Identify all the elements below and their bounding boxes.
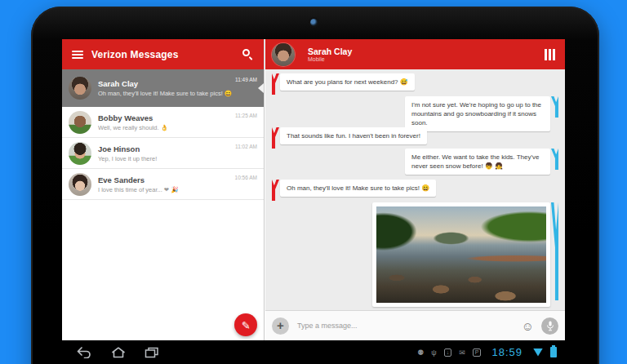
p-notification-icon[interactable]: P [473,348,482,357]
verizon-check-tail-icon [551,149,558,170]
conversation-list: Sarah Clay Oh man, they'll love it! Make… [62,69,264,200]
emoji-button[interactable]: ☺ [522,319,534,333]
message-bubble: That sounds like fun. I haven't been in … [280,127,427,144]
usb-icon[interactable]: ψ [431,348,436,357]
android-system-bar: ⚉ ψ ↓ ✉ P 18:59 [62,340,565,364]
verizon-check-tail-icon [551,202,558,300]
pencil-icon: ✎ [240,321,252,330]
avatar [69,77,91,100]
verizon-check-tail-icon [272,127,279,149]
message-preview: Oh man, they'll love it! Make sure to ta… [98,90,235,97]
outgoing-message: Me either. We want to take the kids. The… [405,149,558,175]
incoming-message: Oh man, they'll love it! Make sure to ta… [272,180,436,201]
avatar [69,173,91,196]
contact-name: Sarah Clay [98,79,235,88]
chat-contact-name: Sarah Clay [308,47,352,56]
contact-name: Joe Hinson [98,144,235,153]
conversation-row-sarah[interactable]: Sarah Clay Oh man, they'll love it! Make… [62,69,264,107]
outgoing-photo-message[interactable] [372,202,558,307]
home-button[interactable] [110,347,127,358]
message-bubble: I'm not sure yet. We're hoping to go up … [405,96,550,131]
wifi-icon[interactable] [533,348,543,357]
message-bubble: Me either. We want to take the kids. The… [405,149,550,175]
conversation-row-joe[interactable]: Joe Hinson Yep, I love it up there! 11:0… [62,138,264,169]
attach-button[interactable]: + [272,317,289,335]
battery-icon[interactable] [550,347,557,357]
contact-avatar[interactable] [272,43,295,66]
chat-header: Sarah Clay Mobile [265,39,565,69]
incoming-message: What are you plans for next weekend? 😅 [272,73,415,95]
chat-contact-type: Mobile [308,56,352,62]
message-preview: Yep, I love it up there! [98,155,235,162]
microphone-icon [546,321,554,331]
chat-panel: Sarah Clay Mobile What are you plans for… [265,39,565,340]
front-camera [310,19,318,26]
message-bubble: Oh man, they'll love it! Make sure to ta… [280,180,436,197]
panel-menu-icon[interactable] [545,49,555,60]
mail-notification-icon[interactable]: ✉ [459,348,465,357]
outgoing-message: I'm not sure yet. We're hoping to go up … [405,96,558,131]
back-button[interactable] [75,347,93,358]
message-input-bar: + Type a message... ☺ [265,310,565,340]
message-input[interactable]: Type a message... [297,322,522,330]
message-preview: Well, we really should. 👌 [98,124,235,131]
app-title: Verizon Messages [91,49,179,60]
conversation-row-bobby[interactable]: Bobby Weaves Well, we really should. 👌 1… [62,107,264,138]
voice-button[interactable] [541,317,558,335]
verizon-check-tail-icon [272,180,279,201]
avatar [69,142,91,165]
tablet-device: Verizon Messages Sarah Clay Oh man, they… [31,7,599,364]
message-bubble: What are you plans for next weekend? 😅 [280,73,415,91]
timestamp: 11:49 AM [235,77,257,82]
verizon-check-tail-icon [551,96,558,118]
contact-name: Eve Sanders [98,175,235,184]
conversation-row-eve[interactable]: Eve Sanders I love this time of year... … [62,169,264,200]
incoming-message: That sounds like fun. I haven't been in … [272,127,427,149]
menu-icon[interactable] [72,51,83,59]
download-notification-icon[interactable]: ↓ [444,348,452,357]
timestamp: 10:56 AM [235,175,257,180]
clock[interactable]: 18:59 [491,346,522,358]
conversation-list-panel: Verizon Messages Sarah Clay Oh man, they… [62,39,265,340]
lake-landscape-photo [376,206,546,303]
timestamp: 11:02 AM [235,144,257,149]
contact-name: Bobby Weaves [98,113,235,122]
avatar [69,111,91,134]
compose-button[interactable]: ✎ [234,313,257,336]
photo-bubble [372,202,550,307]
message-preview: I love this time of year... ❤ 🎉 [98,186,235,193]
message-thread: What are you plans for next weekend? 😅 I… [265,69,565,310]
tablet-screen: Verizon Messages Sarah Clay Oh man, they… [62,39,565,364]
recents-button[interactable] [144,347,160,358]
app-header: Verizon Messages [62,39,264,69]
timestamp: 11:25 AM [235,113,257,118]
android-robot-icon[interactable]: ⚉ [417,348,424,357]
search-icon[interactable] [242,49,254,60]
verizon-check-tail-icon [272,73,279,95]
